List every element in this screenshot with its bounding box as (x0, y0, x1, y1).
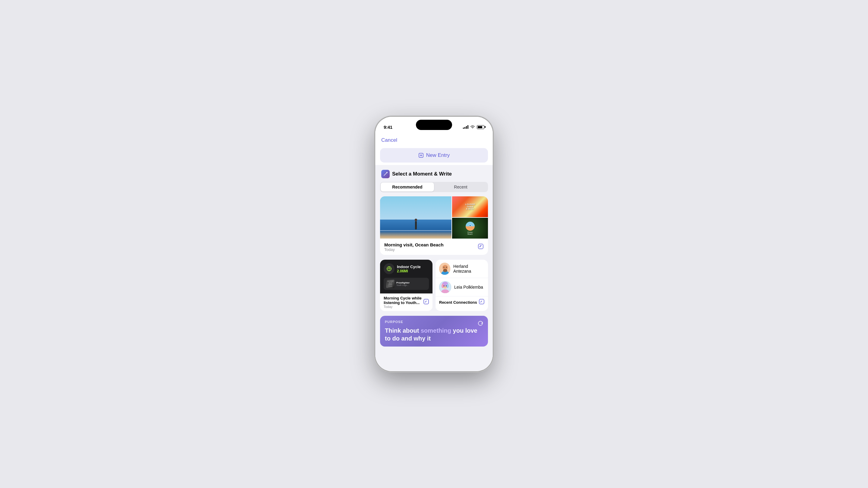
connection-name-leia: Leia Polklemba (454, 285, 483, 290)
section-scroll[interactable]: Select a Moment & Write Recommended Rece… (375, 165, 493, 370)
connections-footer: Recent Connections (435, 296, 488, 309)
battery-icon (477, 125, 484, 129)
right-images-grid: LOUDERTHANA RIOT (452, 196, 488, 238)
wifi-icon (470, 125, 475, 129)
new-entry-icon (418, 153, 424, 158)
section-header: Select a Moment & Write (375, 165, 493, 182)
activity-distance: 2.06MI (397, 269, 429, 273)
section-title: Select a Moment & Write (392, 171, 452, 177)
album-art: HEAVENIS AJUNKYARD (386, 280, 395, 288)
activity-bottom: HEAVENIS AJUNKYARD Prizefighter Youth La… (380, 278, 433, 293)
svg-point-15 (446, 267, 447, 268)
signal-bars-icon (463, 125, 468, 129)
music-row: HEAVENIS AJUNKYARD Prizefighter Youth La… (384, 278, 429, 290)
status-time: 9:41 (384, 124, 393, 130)
cancel-bar: Cancel (375, 133, 493, 146)
connection-name-herland: Herland Antezana (453, 264, 484, 274)
moment-card-beach[interactable]: LOUDERTHANA RIOT (380, 196, 488, 255)
svg-point-1 (386, 172, 388, 173)
phone-frame: 9:41 Cancel (375, 117, 493, 371)
svg-point-13 (443, 269, 447, 272)
dynamic-island (416, 120, 452, 130)
avatar-herland (439, 263, 450, 275)
tab-recent[interactable]: Recent (434, 182, 487, 192)
connections-title: Recent Connections (439, 300, 477, 305)
section-icon (381, 170, 390, 178)
svg-point-4 (469, 225, 471, 227)
moment-title: Morning visit, Ocean Beach (384, 242, 444, 247)
new-entry-label: New Entry (426, 152, 450, 159)
cycle-write-icon[interactable] (424, 299, 429, 306)
avatar-leia (439, 281, 451, 293)
music-artist: Prizefighter (396, 281, 427, 284)
activity-card-footer: Morning Cycle while listening to Youth..… (380, 293, 433, 311)
activity-label: Morning Cycle while listening to Youth..… (384, 296, 424, 305)
purpose-card[interactable]: PURPOSE Think about something you love t… (380, 316, 488, 347)
tab-recommended[interactable]: Recommended (381, 182, 434, 192)
music-info: Prizefighter Youth Lago... (396, 281, 427, 286)
status-icons (463, 125, 484, 129)
music-title: Youth Lago... (396, 284, 427, 286)
svg-point-14 (444, 267, 444, 268)
refresh-button[interactable] (477, 320, 484, 328)
app-content: Cancel New Entry (375, 133, 493, 370)
write-icon[interactable] (478, 243, 484, 251)
ocean-beach-image: OceanBeach (452, 218, 488, 238)
purpose-text-highlight: something (421, 327, 451, 334)
beach-main-image (380, 196, 452, 238)
activity-row: Indoor Cycle 2.06MI HEAVENIS AJUNKYARD (380, 260, 488, 311)
svg-point-22 (444, 286, 444, 287)
connection-item-herland: Herland Antezana (435, 260, 488, 278)
purpose-label: PURPOSE (385, 320, 483, 324)
activity-top: Indoor Cycle 2.06MI (380, 260, 433, 278)
moment-info: Morning visit, Ocean Beach Today (384, 242, 444, 252)
activity-info: Indoor Cycle 2.06MI (397, 264, 429, 273)
ocean-beach-icon (466, 222, 475, 231)
louder-than-riot-image: LOUDERTHANA RIOT (452, 196, 488, 217)
phone-screen: 9:41 Cancel (375, 117, 493, 371)
moment-images-grid: LOUDERTHANA RIOT (380, 196, 488, 239)
cancel-button[interactable]: Cancel (381, 137, 397, 143)
new-entry-button[interactable]: New Entry (380, 148, 488, 163)
connection-item-leia: Leia Polklemba (435, 278, 488, 296)
svg-point-23 (446, 286, 447, 287)
connections-card[interactable]: Herland Antezana (435, 260, 488, 311)
moment-date: Today (384, 247, 444, 252)
battery-fill (478, 126, 482, 128)
activity-name: Indoor Cycle (397, 264, 429, 269)
album-text: LOUDERTHANA RIOT (465, 203, 475, 210)
indoor-cycle-card[interactable]: Indoor Cycle 2.06MI HEAVENIS AJUNKYARD (380, 260, 433, 311)
ocean-beach-label: OceanBeach (467, 231, 473, 235)
purpose-text-start: Think about (385, 327, 421, 334)
purpose-text: Think about something you love to do and… (385, 327, 483, 342)
tabs-container: Recommended Recent (380, 182, 488, 192)
status-bar: 9:41 (375, 117, 493, 133)
moment-card-footer: Morning visit, Ocean Beach Today (380, 239, 488, 255)
connections-write-icon[interactable] (479, 299, 484, 306)
activity-date: Today (384, 305, 424, 309)
cycle-icon-circle (384, 263, 395, 274)
